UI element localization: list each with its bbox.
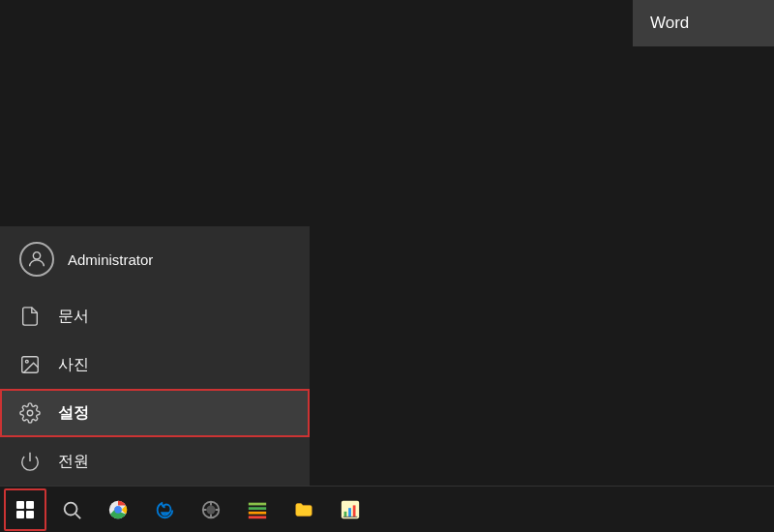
svg-rect-19 [353, 505, 356, 517]
svg-line-6 [75, 514, 80, 518]
menu-item-power[interactable]: 전원 [0, 437, 310, 486]
circle-app-icon [200, 499, 222, 520]
chrome-button[interactable] [97, 488, 139, 531]
edge-icon [154, 499, 175, 520]
search-button[interactable] [50, 488, 93, 531]
start-menu: Administrator 문서 사진 설정 [0, 226, 310, 486]
tiles-background [451, 0, 774, 486]
svg-rect-13 [249, 507, 266, 510]
edge-button[interactable] [143, 488, 186, 531]
menu-item-documents[interactable]: 문서 [0, 292, 310, 340]
menu-item-settings[interactable]: 설정 [0, 389, 310, 437]
svg-point-3 [27, 410, 33, 416]
lines-app-icon [247, 499, 268, 520]
power-label: 전원 [58, 452, 89, 472]
lines-app-button[interactable] [236, 488, 279, 531]
folder-button[interactable] [283, 488, 325, 531]
svg-point-11 [206, 505, 215, 514]
user-section[interactable]: Administrator [0, 226, 310, 292]
photos-label: 사진 [58, 355, 89, 375]
svg-point-9 [114, 506, 121, 513]
word-tile[interactable]: Word [633, 0, 774, 46]
chart-app-icon [340, 499, 361, 520]
menu-item-photos[interactable]: 사진 [0, 340, 310, 389]
app-circle-button[interactable] [190, 488, 232, 531]
svg-point-2 [25, 360, 28, 363]
windows-icon [16, 501, 34, 518]
svg-rect-14 [249, 511, 266, 514]
svg-rect-12 [249, 502, 266, 505]
svg-point-5 [65, 502, 77, 515]
document-icon [19, 306, 41, 327]
word-tile-label: Word [650, 14, 689, 32]
username: Administrator [68, 251, 153, 268]
documents-label: 문서 [58, 307, 89, 327]
chart-app-button[interactable] [329, 488, 372, 531]
photo-icon [19, 354, 41, 375]
chrome-icon [107, 499, 129, 520]
svg-point-0 [33, 252, 40, 259]
settings-label: 설정 [58, 403, 89, 424]
start-button[interactable] [4, 488, 46, 531]
svg-rect-17 [344, 511, 347, 517]
avatar [19, 242, 54, 277]
taskbar [0, 486, 774, 532]
svg-rect-15 [249, 516, 266, 518]
folder-icon [293, 499, 314, 520]
user-icon [26, 249, 47, 270]
svg-rect-18 [348, 508, 351, 517]
gear-icon [19, 402, 41, 424]
search-icon [61, 499, 82, 520]
power-icon [19, 451, 41, 472]
